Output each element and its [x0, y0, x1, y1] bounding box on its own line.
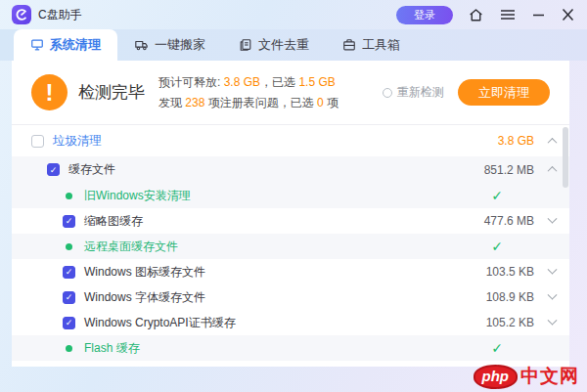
registry-selected-count: 0 — [317, 96, 324, 109]
chevron-down-icon[interactable] — [547, 315, 557, 325]
close-icon[interactable] — [561, 8, 575, 22]
minimize-icon[interactable] — [531, 8, 546, 22]
watermark-text: 中文网 — [520, 364, 579, 389]
app-logo-icon — [12, 5, 31, 24]
checkbox[interactable]: ✓ — [63, 215, 75, 228]
row-label: Windows 图标缓存文件 — [84, 264, 205, 281]
size-label: 108.9 KB — [460, 290, 534, 304]
row-label: 缓存文件 — [68, 161, 115, 178]
watermark: php 中文网 — [474, 364, 580, 389]
size-label: 477.6 MB — [460, 214, 534, 228]
selected-size: 1.5 GB — [298, 75, 335, 89]
size-label: 3.8 GB — [460, 134, 534, 148]
list-row[interactable]: 旧Windows安装清理✓ — [12, 183, 569, 208]
scrollbar-thumb[interactable] — [563, 127, 568, 188]
alert-exclamation-icon: ! — [31, 74, 68, 110]
clean-now-button[interactable]: 立即清理 — [458, 79, 550, 106]
row-label: Windows CryptoAPI证书缓存 — [84, 315, 236, 331]
checkbox[interactable]: ✓ — [63, 317, 75, 329]
duplicate-file-icon — [239, 38, 252, 52]
tab-label: 系统清理 — [50, 36, 101, 54]
tab-toolbox[interactable]: 工具箱 — [326, 29, 417, 61]
checkbox[interactable]: ✓ — [47, 163, 60, 176]
size-label: 103.5 KB — [460, 265, 534, 279]
main-panel: ! 检测完毕 预计可释放: 3.8 GB，已选 1.5 GB 发现 238 项注… — [12, 61, 569, 367]
row-label: 旧Windows安装清理 — [84, 188, 191, 204]
row-label: 远程桌面缓存文件 — [84, 239, 178, 255]
stats-line-registry: 发现 238 项注册表问题，已选 0 项 — [158, 93, 339, 113]
scan-summary: ! 检测完毕 预计可释放: 3.8 GB，已选 1.5 GB 发现 238 项注… — [12, 61, 569, 125]
tab-label: 文件去重 — [258, 36, 309, 54]
releasable-size: 3.8 GB — [224, 75, 260, 89]
scan-stats: 预计可释放: 3.8 GB，已选 1.5 GB 发现 238 项注册表问题，已选… — [158, 72, 339, 113]
registry-issue-count: 238 — [185, 96, 204, 109]
chevron-up-icon[interactable] — [547, 137, 557, 147]
list-row[interactable]: ✓Windows CryptoAPI证书缓存105.2 KB — [12, 310, 569, 335]
list-row[interactable]: ✓缓存文件851.2 MB — [12, 156, 569, 183]
list-row[interactable]: Flash 缓存✓ — [12, 335, 569, 361]
success-check-icon: ✓ — [491, 188, 503, 203]
chevron-down-icon[interactable] — [547, 213, 557, 223]
row-label: Flash 缓存 — [84, 340, 140, 357]
tab-label: 一键搬家 — [155, 36, 205, 54]
checkbox[interactable]: ✓ — [63, 266, 75, 279]
chevron-down-icon[interactable] — [547, 264, 557, 274]
truck-icon — [134, 38, 149, 52]
tab-system-cleanup[interactable]: 系统清理 — [14, 29, 117, 61]
cleanup-list: 垃圾清理3.8 GB✓缓存文件851.2 MB旧Windows安装清理✓✓缩略图… — [12, 125, 569, 361]
disk-cleanup-icon — [30, 38, 44, 52]
row-label: 垃圾清理 — [53, 133, 102, 150]
list-row[interactable]: 远程桌面缓存文件✓ — [12, 234, 569, 259]
app-title: C盘助手 — [38, 7, 82, 23]
checkbox[interactable] — [31, 135, 44, 148]
list-row[interactable]: ✓Windows 图标缓存文件103.5 KB — [12, 259, 569, 284]
menu-icon[interactable] — [499, 8, 517, 22]
status-dot — [66, 243, 72, 250]
toolbox-icon — [342, 38, 356, 52]
status-slot: ✓ — [460, 239, 534, 254]
row-label: 缩略图缓存 — [84, 213, 143, 230]
chevron-up-icon[interactable] — [547, 166, 557, 176]
success-check-icon: ✓ — [491, 340, 503, 356]
chevron-down-icon[interactable] — [547, 289, 557, 299]
tab-one-click-move[interactable]: 一键搬家 — [117, 29, 222, 61]
list-row[interactable]: ✓缩略图缓存477.6 MB — [12, 208, 569, 234]
tab-file-dedup[interactable]: 文件去重 — [222, 29, 326, 61]
tab-bar: 系统清理 一键搬家 文件去重 工具箱 — [0, 29, 587, 61]
redetect-button[interactable]: 重新检测 — [383, 84, 444, 101]
home-icon[interactable] — [468, 7, 484, 23]
scan-status-title: 检测完毕 — [78, 81, 145, 104]
status-slot: ✓ — [460, 188, 534, 203]
status-slot: ✓ — [460, 340, 534, 356]
status-dot — [66, 193, 72, 199]
row-label: Windows 字体缓存文件 — [84, 289, 205, 306]
list-row[interactable]: ✓Windows 字体缓存文件108.9 KB — [12, 284, 569, 310]
size-label: 851.2 MB — [460, 163, 534, 177]
php-logo: php — [474, 365, 519, 389]
redetect-circle-icon — [383, 88, 392, 98]
list-row[interactable]: 垃圾清理3.8 GB — [12, 125, 569, 156]
success-check-icon: ✓ — [491, 239, 503, 254]
size-label: 105.2 KB — [460, 316, 534, 329]
redetect-label: 重新检测 — [397, 84, 444, 101]
status-dot — [66, 345, 72, 352]
title-bar: C盘助手 登录 — [0, 0, 587, 29]
login-button[interactable]: 登录 — [396, 6, 453, 24]
scrollbar[interactable] — [563, 125, 568, 367]
tab-label: 工具箱 — [362, 36, 400, 54]
checkbox[interactable]: ✓ — [63, 291, 75, 304]
stats-line-release: 预计可释放: 3.8 GB，已选 1.5 GB — [158, 72, 339, 93]
